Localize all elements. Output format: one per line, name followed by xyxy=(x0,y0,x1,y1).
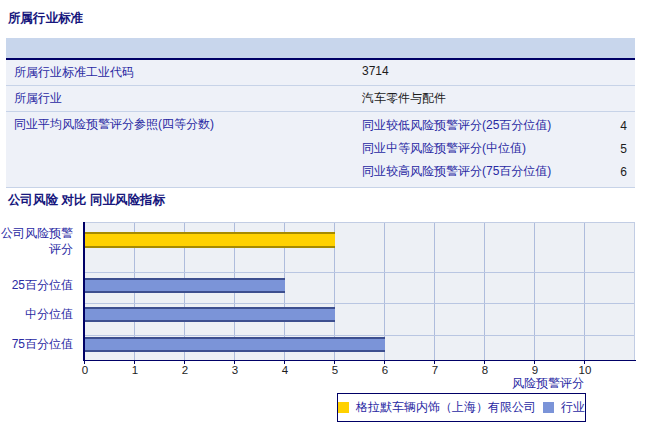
sub-row-75th: 同业较高风险预警评分(75百分位值) 6 xyxy=(362,160,635,183)
table-header-band xyxy=(6,38,635,60)
company-score-bar xyxy=(85,232,335,248)
row-label-peer-average: 同业平均风险预警评分参照(四等分数) xyxy=(6,112,362,137)
industry-score-bar xyxy=(85,307,335,322)
risk-comparison-bar-chart: 风险预警评分 格拉默车辆内饰（上海）有限公司行业 公司风险预警评分25百分位值中… xyxy=(0,218,667,433)
x-axis-tick-label: 7 xyxy=(420,364,450,376)
x-axis-tick-label: 3 xyxy=(220,364,250,376)
category-band-separator xyxy=(85,272,634,273)
section-title-industry-standard: 所属行业标准 xyxy=(8,10,83,27)
industry-legend-swatch xyxy=(543,402,554,413)
row-value-industry: 汽车零件与配件 xyxy=(362,86,635,111)
category-label: 25百分位值 xyxy=(0,277,78,293)
x-axis-tick-label: 10 xyxy=(570,364,600,376)
gridline xyxy=(484,223,485,360)
x-axis-tick-label: 0 xyxy=(70,364,100,376)
table-row: 所属行业标准工业代码 3714 xyxy=(6,60,635,86)
category-band-separator xyxy=(85,303,634,304)
x-axis-tick-label: 9 xyxy=(520,364,550,376)
gridline xyxy=(534,223,535,360)
industry-legend-label: 行业 xyxy=(561,399,585,416)
company-legend-swatch xyxy=(338,402,349,413)
row-label-industry: 所属行业 xyxy=(6,86,362,111)
chart-x-axis-line xyxy=(83,360,636,361)
sub-row-value: 4 xyxy=(595,119,635,133)
table-row: 同业平均风险预警评分参照(四等分数) 同业较低风险预警评分(25百分位值) 4 … xyxy=(6,112,635,188)
x-axis-tick-label: 6 xyxy=(370,364,400,376)
sub-row-label: 同业较高风险预警评分(75百分位值) xyxy=(362,163,595,180)
row-value-industry-code: 3714 xyxy=(362,60,635,85)
chart-y-axis-line xyxy=(83,222,85,361)
category-label: 中分位值 xyxy=(0,306,78,322)
category-band-separator xyxy=(85,335,634,336)
category-label: 公司风险预警评分 xyxy=(0,225,78,257)
industry-score-bar xyxy=(85,278,285,293)
gridline xyxy=(434,223,435,360)
x-axis-tick-label: 2 xyxy=(170,364,200,376)
sub-row-25th: 同业较低风险预警评分(25百分位值) 4 xyxy=(362,114,635,137)
category-label: 75百分位值 xyxy=(0,336,78,352)
x-axis-tick-label: 4 xyxy=(270,364,300,376)
x-axis-tick-label: 8 xyxy=(470,364,500,376)
peer-score-sub-rows: 同业较低风险预警评分(25百分位值) 4 同业中等风险预警评分(中位值) 5 同… xyxy=(362,112,635,187)
sub-row-median: 同业中等风险预警评分(中位值) 5 xyxy=(362,137,635,160)
industry-standard-table: 所属行业标准工业代码 3714 所属行业 汽车零件与配件 同业平均风险预警评分参… xyxy=(6,38,635,188)
industry-risk-report: { "section1": { "title": "所属行业标准", "tabl… xyxy=(0,0,667,433)
row-label-industry-code: 所属行业标准工业代码 xyxy=(6,60,362,85)
sub-row-label: 同业中等风险预警评分(中位值) xyxy=(362,140,595,157)
chart-legend: 格拉默车辆内饰（上海）有限公司行业 xyxy=(337,393,586,422)
chart-plot-area xyxy=(85,222,635,360)
section-title-risk-comparison: 公司风险 对比 同业风险指标 xyxy=(8,192,165,209)
table-row: 所属行业 汽车零件与配件 xyxy=(6,86,635,112)
x-axis-tick-label: 1 xyxy=(120,364,150,376)
company-legend-label: 格拉默车辆内饰（上海）有限公司 xyxy=(356,399,536,416)
x-axis-tick-label: 5 xyxy=(320,364,350,376)
gridline xyxy=(584,223,585,360)
industry-score-bar xyxy=(85,337,385,352)
chart-x-axis-title: 风险预警评分 xyxy=(512,375,584,392)
sub-row-label: 同业较低风险预警评分(25百分位值) xyxy=(362,117,595,134)
sub-row-value: 5 xyxy=(595,142,635,156)
sub-row-value: 6 xyxy=(595,165,635,179)
